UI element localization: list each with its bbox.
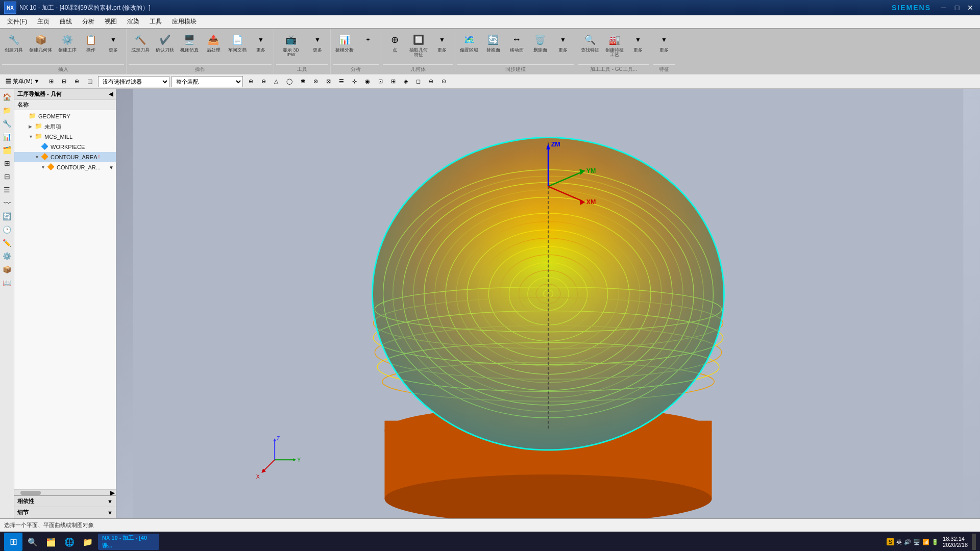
sel-icon-8[interactable]: ☰: [335, 76, 348, 87]
transform-surface-button[interactable]: 🔄 替换面: [482, 30, 504, 55]
left-icon-book[interactable]: 📖: [1, 277, 13, 289]
left-icon-home[interactable]: 🏠: [1, 91, 13, 103]
browser-icon[interactable]: 🌐: [61, 534, 78, 550]
sel-icon-11[interactable]: ⊡: [375, 76, 386, 87]
navigator-collapse-btn[interactable]: ◀: [109, 91, 113, 97]
menu-curve[interactable]: 曲线: [55, 16, 77, 28]
left-icon-nodes[interactable]: ⊞: [1, 157, 13, 169]
find-feature-button[interactable]: 🔍 查找特征: [578, 30, 602, 55]
post-process-button[interactable]: 📤 后处理: [202, 30, 225, 55]
sel-icon-10[interactable]: ◉: [361, 76, 374, 87]
dependencies-panel-header[interactable]: 相依性 ▼: [14, 496, 116, 507]
tree-item-workpiece[interactable]: 🔷 WORKPIECE: [14, 142, 116, 152]
move-face-button[interactable]: ↔️ 移动面: [505, 30, 528, 55]
tree-item-geometry[interactable]: 📁 GEOMETRY: [14, 111, 116, 121]
left-icon-pencil[interactable]: ✏️: [1, 237, 13, 249]
left-icon-settings[interactable]: ⚙️: [1, 250, 13, 262]
sel-icon-12[interactable]: ⊞: [387, 76, 399, 87]
left-icon-refresh[interactable]: 🔄: [1, 210, 13, 222]
left-icon-path[interactable]: 〰: [1, 197, 13, 209]
create-geometry-button[interactable]: 📦 创建几何体: [27, 30, 55, 55]
menu-view[interactable]: 视图: [100, 16, 122, 28]
folder-taskbar-icon[interactable]: 📁: [80, 534, 96, 550]
more-geom-button[interactable]: ▼ 更多: [431, 30, 453, 55]
sel-icon-7[interactable]: ⊠: [323, 76, 334, 87]
left-icon-tool[interactable]: 🔧: [1, 117, 13, 130]
tree-item-mcs-mill[interactable]: ▼ 📁 MCS_MILL: [14, 132, 116, 142]
left-icon-layer[interactable]: 🗂️: [1, 144, 13, 156]
create-mfg-feature-button[interactable]: 🏭 创建特征工艺: [603, 30, 626, 60]
menu-file[interactable]: 文件(F): [2, 16, 32, 28]
menu-apps[interactable]: 应用模块: [167, 16, 202, 28]
machine-sim-button[interactable]: 🖥️ 机床仿真: [178, 30, 201, 55]
sel-icon-4[interactable]: ◯: [283, 76, 296, 87]
tray-monitor[interactable]: 🖥️: [913, 539, 920, 545]
more-mfg-button[interactable]: ▼ 更多: [627, 30, 649, 55]
display3d-ipw-button[interactable]: 📺 显示 3D IPW: [276, 30, 306, 60]
tray-lang[interactable]: 英: [896, 538, 902, 546]
operation-button[interactable]: 📋 操作: [80, 30, 102, 55]
tray-battery[interactable]: 🔋: [932, 539, 939, 545]
set-region-button[interactable]: 🗺️ 偏置区域: [457, 30, 481, 55]
show-desktop-btn[interactable]: [972, 534, 976, 550]
mill-analysis-button[interactable]: 📊 拨模分析: [333, 30, 356, 55]
sel-icon-13[interactable]: ◈: [400, 76, 411, 87]
nx-taskbar-item[interactable]: NX 10 - 加工 - [40课...: [98, 534, 159, 550]
create-operation-button[interactable]: ⚙️ 创建工序: [56, 30, 79, 55]
tb-icon-1[interactable]: ⊞: [45, 76, 57, 87]
delete-face-button[interactable]: 🗑️ 删除面: [529, 30, 551, 55]
menu-tools[interactable]: 工具: [144, 16, 167, 28]
tray-s-icon[interactable]: S: [887, 538, 894, 545]
left-icon-mesh[interactable]: ⊟: [1, 170, 13, 183]
sel-icon-5[interactable]: ✱: [297, 76, 309, 87]
left-icon-folder[interactable]: 📁: [1, 104, 13, 116]
search-taskbar-icon[interactable]: 🔍: [24, 534, 41, 550]
viewport[interactable]: ZM YM XM Z Y: [116, 89, 980, 518]
point-button[interactable]: ⊕ 点: [383, 30, 406, 55]
sel-icon-16[interactable]: ⊙: [438, 76, 450, 87]
create-tool-button[interactable]: 🔧 创建刀具: [2, 30, 26, 55]
extract-features-button[interactable]: 🔲 抽取几何特征: [407, 30, 430, 60]
sel-icon-3[interactable]: △: [271, 76, 282, 87]
layout-selector[interactable]: 整个装配: [172, 76, 243, 87]
more-features-button[interactable]: ▼ 更多: [653, 30, 675, 55]
more-region-button[interactable]: ▼ 更多: [552, 30, 574, 55]
more-operate-button[interactable]: ▼ 更多: [250, 30, 272, 55]
tray-network[interactable]: 📶: [922, 539, 929, 545]
tb-icon-4[interactable]: ◫: [84, 76, 96, 87]
menu-btn[interactable]: ☰ 菜单(M) ▼: [2, 76, 43, 87]
tray-volume[interactable]: 🔊: [904, 539, 911, 545]
close-button[interactable]: ✕: [965, 2, 976, 13]
left-icon-clock[interactable]: 🕐: [1, 223, 13, 236]
tree-item-contour-area-child[interactable]: ▼ 🔶 CONTOUR_AR... ▼: [14, 162, 116, 172]
more-tools-button[interactable]: ▼ 更多: [307, 30, 328, 55]
menu-home[interactable]: 主页: [32, 16, 55, 28]
menu-analysis[interactable]: 分析: [77, 16, 100, 28]
sel-icon-2[interactable]: ⊖: [258, 76, 270, 87]
verify-path-button[interactable]: ✔️ 确认刀轨: [153, 30, 177, 55]
minimize-button[interactable]: ─: [938, 2, 949, 13]
shop-doc-button[interactable]: 📄 车间文档: [226, 30, 249, 55]
scrollbar-thumb[interactable]: [20, 491, 41, 495]
sel-icon-14[interactable]: ◻: [412, 76, 424, 87]
sel-icon-9[interactable]: ⊹: [349, 76, 360, 87]
start-button[interactable]: ⊞: [4, 533, 22, 551]
left-icon-archive[interactable]: 📦: [1, 263, 13, 276]
sel-icon-1[interactable]: ⊕: [245, 76, 257, 87]
menu-render[interactable]: 渲染: [122, 16, 144, 28]
tb-icon-2[interactable]: ⊟: [58, 76, 70, 87]
filter-selector[interactable]: 没有选择过滤器: [98, 76, 169, 87]
tree-item-contour-area[interactable]: ▼ 🔶 CONTOUR_AREA !: [14, 152, 116, 162]
tree-item-unused[interactable]: ▶ 📁 未用项: [14, 121, 116, 132]
more-display-button[interactable]: +: [357, 30, 379, 49]
task-view-icon[interactable]: 🗂️: [43, 534, 59, 550]
left-icon-chart[interactable]: 📊: [1, 131, 13, 143]
details-panel-header[interactable]: 细节 ▼: [14, 507, 116, 518]
sel-icon-15[interactable]: ⊕: [425, 76, 437, 87]
left-icon-list[interactable]: ☰: [1, 184, 13, 196]
navigator-scrollbar[interactable]: ▶: [14, 489, 116, 495]
form-tool-button[interactable]: 🔨 成形刀具: [129, 30, 152, 55]
maximize-button[interactable]: □: [951, 2, 963, 13]
sel-icon-6[interactable]: ⊗: [310, 76, 322, 87]
tb-icon-3[interactable]: ⊕: [71, 76, 83, 87]
